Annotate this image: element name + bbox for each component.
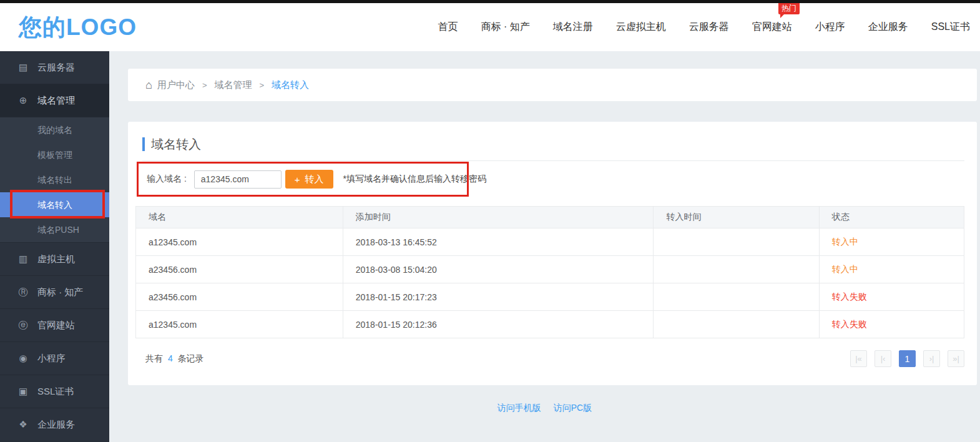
hot-badge: 热门 <box>778 2 800 14</box>
cell-transfer-time <box>654 311 819 338</box>
nav-domain-register[interactable]: 域名注册 <box>553 18 593 36</box>
top-border-strip <box>0 0 980 3</box>
transfer-in-panel: 域名转入 输入域名 : + 转入 *填写域名并确认信息后输入转移密码 域名 添加… <box>128 122 977 385</box>
transfer-in-button[interactable]: + 转入 <box>285 170 333 189</box>
sidebar-item-domain-manage[interactable]: ⊕ 域名管理 <box>0 84 109 117</box>
enterprise-services-icon: ❖ <box>17 419 29 430</box>
visit-mobile-link[interactable]: 访问手机版 <box>497 403 541 413</box>
nav-cloud-server[interactable]: 云服务器 <box>689 18 729 36</box>
logo[interactable]: 您的LOGO <box>19 12 137 43</box>
cell-added-time: 2018-01-15 20:17:23 <box>343 283 654 311</box>
submenu-item-my-domains[interactable]: 我的域名 <box>0 117 109 142</box>
cell-domain: a23456.com <box>136 256 343 283</box>
sidebar-item-ssl-cert[interactable]: ▣ SSL证书 <box>0 375 109 408</box>
pagination-page-1-button[interactable]: 1 <box>899 350 916 367</box>
status-badge: 转入中 <box>819 228 964 256</box>
record-count-number: 4 <box>168 353 173 363</box>
table-footer: 共有 4 条记录 |« |‹ 1 ›| »| <box>135 350 964 367</box>
cell-domain: a23456.com <box>136 283 343 311</box>
sidebar-item-website-builder[interactable]: ⓔ 官网建站 <box>0 309 109 342</box>
breadcrumb-separator-icon: > <box>259 81 264 90</box>
submenu-item-transfer-in[interactable]: 域名转入 <box>0 192 109 217</box>
bottom-links: 访问手机版 访问PC版 <box>109 403 980 414</box>
sidebar-item-label: 域名管理 <box>37 95 75 107</box>
nav-home[interactable]: 首页 <box>438 18 458 36</box>
submenu-item-domain-push[interactable]: 域名PUSH <box>0 217 109 242</box>
domain-input-label: 输入域名 : <box>147 174 187 185</box>
cell-added-time: 2018-03-13 16:45:52 <box>343 228 654 256</box>
cell-transfer-time <box>654 256 819 283</box>
nav-miniprogram[interactable]: 小程序 <box>815 18 845 36</box>
column-header-added-time: 添加时间 <box>343 207 654 228</box>
virtual-host-icon: ▥ <box>17 253 29 265</box>
nav-enterprise-services[interactable]: 企业服务 <box>868 18 908 36</box>
cell-added-time: 2018-03-08 15:04:20 <box>343 256 654 283</box>
transfer-in-button-label: 转入 <box>305 174 324 185</box>
form-note: *填写域名并确认信息后输入转移密码 <box>343 174 486 185</box>
status-badge: 转入中 <box>819 256 964 283</box>
pagination-next-button[interactable]: ›| <box>923 350 940 367</box>
domain-input[interactable] <box>194 170 282 189</box>
table-row: a12345.com 2018-03-13 16:45:52 转入中 <box>136 228 964 256</box>
nav-ssl-cert[interactable]: SSL证书 <box>931 18 970 36</box>
website-icon: ⓔ <box>17 320 29 332</box>
status-badge: 转入失败 <box>819 311 964 338</box>
breadcrumb-current-page: 域名转入 <box>272 79 309 91</box>
sidebar-item-trademark[interactable]: Ⓡ 商标 · 知产 <box>0 276 109 309</box>
record-count-prefix: 共有 <box>145 353 163 363</box>
breadcrumb-user-center[interactable]: 用户中心 <box>157 79 195 91</box>
submenu-item-transfer-out[interactable]: 域名转出 <box>0 167 109 192</box>
home-icon: ⌂ <box>145 79 152 92</box>
sidebar-item-cloud-server[interactable]: ▤ 云服务器 <box>0 51 109 84</box>
transfer-in-form: 输入域名 : + 转入 *填写域名并确认信息后输入转移密码 <box>135 161 964 197</box>
breadcrumb-separator-icon: > <box>202 81 207 90</box>
content-area: ⌂ 用户中心 > 域名管理 > 域名转入 域名转入 输入域名 : + 转入 *填… <box>109 51 980 442</box>
pagination-prev-button[interactable]: |‹ <box>875 350 891 367</box>
transfer-table: 域名 添加时间 转入时间 状态 a12345.com 2018-03-13 16… <box>135 206 964 338</box>
table-header-row: 域名 添加时间 转入时间 状态 <box>136 207 964 228</box>
breadcrumb-domain-manage[interactable]: 域名管理 <box>214 79 252 91</box>
column-header-status: 状态 <box>819 207 964 228</box>
sidebar-item-miniprogram[interactable]: ◉ 小程序 <box>0 342 109 375</box>
pagination-last-button[interactable]: »| <box>948 350 964 367</box>
nav-website-builder[interactable]: 官网建站 热门 <box>752 18 792 36</box>
pagination-first-button[interactable]: |« <box>850 350 867 367</box>
table-row: a12345.com 2018-01-15 20:12:36 转入失败 <box>136 311 964 338</box>
miniprogram-icon: ◉ <box>17 353 29 364</box>
cloud-server-icon: ▤ <box>17 62 29 73</box>
sidebar-item-virtual-host[interactable]: ▥ 虚拟主机 <box>0 243 109 276</box>
panel-title-row: 域名转入 <box>142 135 964 153</box>
cell-transfer-time <box>654 228 819 256</box>
pagination: |« |‹ 1 ›| »| <box>850 350 964 367</box>
breadcrumb: ⌂ 用户中心 > 域名管理 > 域名转入 <box>128 69 977 101</box>
cell-transfer-time <box>654 283 819 311</box>
cell-added-time: 2018-01-15 20:12:36 <box>343 311 654 338</box>
cell-domain: a12345.com <box>136 228 343 256</box>
submenu-item-template-manage[interactable]: 模板管理 <box>0 142 109 167</box>
plus-icon: + <box>295 174 300 185</box>
nav-cloud-virtual-host[interactable]: 云虚拟主机 <box>616 18 666 36</box>
column-header-domain: 域名 <box>136 207 343 228</box>
sidebar-item-label: 企业服务 <box>37 419 75 431</box>
sidebar-item-label: 商标 · 知产 <box>37 287 83 298</box>
sidebar-item-label: SSL证书 <box>37 386 74 398</box>
status-badge: 转入失败 <box>819 283 964 311</box>
top-nav: 首页 商标 · 知产 域名注册 云虚拟主机 云服务器 官网建站 热门 小程序 企… <box>438 18 970 36</box>
sidebar-item-label: 官网建站 <box>37 320 75 332</box>
cell-domain: a12345.com <box>136 311 343 338</box>
table-row: a23456.com 2018-03-08 15:04:20 转入中 <box>136 256 964 283</box>
registered-trademark-icon: Ⓡ <box>17 287 29 298</box>
header: 您的LOGO 首页 商标 · 知产 域名注册 云虚拟主机 云服务器 官网建站 热… <box>0 3 980 51</box>
sidebar-item-label: 虚拟主机 <box>37 253 75 265</box>
sidebar-item-label: 小程序 <box>37 353 66 365</box>
nav-trademark[interactable]: 商标 · 知产 <box>481 18 530 36</box>
record-count-suffix: 条记录 <box>178 353 204 363</box>
domain-manage-submenu: 我的域名 模板管理 域名转出 域名转入 域名PUSH <box>0 117 109 243</box>
title-accent-bar <box>142 137 145 151</box>
nav-website-builder-label: 官网建站 <box>752 21 792 32</box>
sidebar-item-label: 云服务器 <box>37 62 75 74</box>
visit-pc-link[interactable]: 访问PC版 <box>554 403 592 413</box>
column-header-transfer-time: 转入时间 <box>654 207 819 228</box>
sidebar: ▤ 云服务器 ⊕ 域名管理 我的域名 模板管理 域名转出 域名转入 域名PUSH… <box>0 51 109 442</box>
sidebar-item-enterprise-services[interactable]: ❖ 企业服务 <box>0 408 109 441</box>
